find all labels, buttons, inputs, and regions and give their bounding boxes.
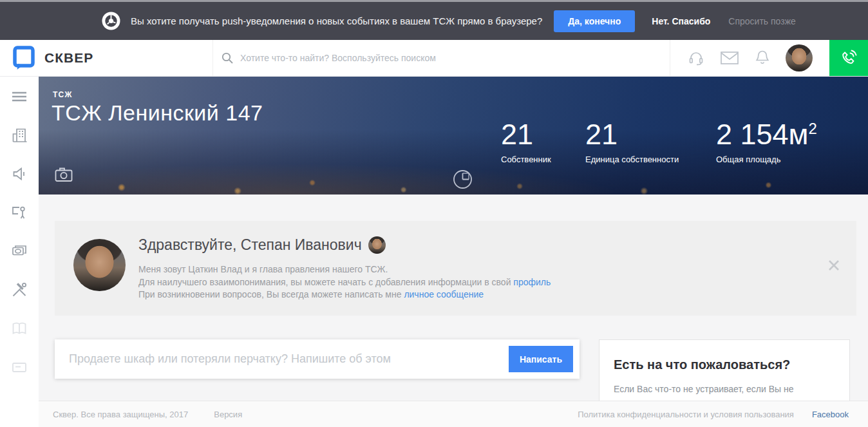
profile-link[interactable]: профиль bbox=[513, 277, 551, 287]
greeting-card: Здравствуйте, Степан Иванович Меня зовут… bbox=[55, 221, 856, 316]
sidebar-nav bbox=[0, 77, 39, 427]
sidebar-item-services[interactable] bbox=[10, 281, 28, 299]
post-composer: Написать bbox=[55, 339, 580, 379]
sidebar-item-photos[interactable] bbox=[10, 242, 28, 260]
stat-total-area: 2 154м2 Общая площадь bbox=[716, 113, 817, 164]
sidebar-item-meetings[interactable] bbox=[10, 204, 28, 222]
stat-label: Общая площадь bbox=[716, 155, 817, 164]
stat-label: Собственник bbox=[501, 155, 551, 164]
sidebar-item-billing[interactable] bbox=[10, 358, 28, 376]
sidebar-item-building[interactable] bbox=[10, 126, 28, 144]
copyright-text: Сквер. Все права защищены, 2017 bbox=[53, 410, 188, 419]
page-footer: Сквер. Все права защищены, 2017 Версия П… bbox=[39, 401, 868, 427]
greeting-line-2: Для наилучшего взаимопонимания, вы может… bbox=[138, 276, 551, 289]
sidebar-item-menu[interactable] bbox=[10, 88, 28, 106]
call-button[interactable] bbox=[829, 40, 868, 76]
composer-input[interactable] bbox=[69, 352, 509, 366]
building-icon bbox=[10, 126, 28, 144]
sidebar-item-directory[interactable] bbox=[10, 319, 28, 337]
greeting-body: Здравствуйте, Степан Иванович Меня зовут… bbox=[138, 236, 551, 301]
search-icon bbox=[221, 52, 234, 64]
tools-icon bbox=[10, 281, 28, 299]
sidebar-item-announcements[interactable] bbox=[10, 165, 28, 183]
private-message-link[interactable]: личное сообщение bbox=[404, 289, 484, 299]
push-later-button[interactable]: Спросить позже bbox=[728, 16, 795, 26]
meeting-person-icon bbox=[10, 204, 28, 222]
stat-units: 21 Единица собственности bbox=[585, 113, 679, 164]
stat-label: Единица собственности bbox=[585, 155, 679, 164]
version-link[interactable]: Версия bbox=[214, 410, 242, 419]
change-cover-camera-icon[interactable] bbox=[54, 166, 73, 183]
app-header: СКВЕР bbox=[0, 40, 868, 77]
search-input[interactable] bbox=[240, 53, 627, 63]
photos-icon bbox=[10, 242, 28, 260]
greeting-line-1: Меня зовут Цаткин Влад и я глава правлен… bbox=[138, 263, 551, 276]
support-headset-icon[interactable] bbox=[687, 49, 705, 67]
stat-owners: 21 Собственник bbox=[501, 113, 551, 164]
book-icon bbox=[10, 319, 28, 337]
chairman-avatar bbox=[73, 239, 126, 291]
menu-icon bbox=[10, 88, 28, 106]
messages-envelope-icon[interactable] bbox=[720, 50, 739, 66]
complaint-body: Если Вас что-то не устраивает, если Вы н… bbox=[614, 383, 835, 395]
close-icon[interactable] bbox=[827, 258, 841, 272]
announcement-speaker-icon bbox=[10, 165, 28, 183]
user-avatar[interactable] bbox=[786, 44, 813, 71]
card-icon bbox=[10, 358, 28, 376]
hero-kicker: ТСЖ bbox=[53, 90, 72, 99]
phone-icon bbox=[838, 48, 859, 68]
push-decline-button[interactable]: Нет. Спасибо bbox=[652, 16, 710, 26]
logo-text: СКВЕР bbox=[44, 50, 93, 66]
hero-banner: ТСЖ ТСЖ Ленинский 147 21 Собственник 21 … bbox=[39, 77, 868, 195]
greeting-title: Здравствуйте, Степан Иванович bbox=[138, 236, 362, 254]
complaint-title: Есть на что пожаловаться? bbox=[614, 357, 835, 372]
header-icon-group bbox=[670, 40, 829, 76]
push-message: Вы хотите получать push-уведомления о но… bbox=[131, 15, 542, 26]
app-logo[interactable]: СКВЕР bbox=[12, 40, 93, 76]
privacy-policy-link[interactable]: Политика конфиденциальности и условия по… bbox=[578, 410, 794, 419]
push-accept-button[interactable]: Да, конечно bbox=[554, 10, 635, 32]
history-clock-icon bbox=[451, 168, 474, 191]
global-search bbox=[212, 40, 670, 76]
chairman-mini-avatar bbox=[368, 236, 386, 254]
logo-bubble-icon bbox=[12, 45, 36, 71]
write-post-button[interactable]: Написать bbox=[509, 346, 573, 372]
notifications-bell-icon[interactable] bbox=[754, 49, 771, 67]
greeting-line-3: При возникновении вопросов, Вы всегда мо… bbox=[138, 289, 551, 301]
chrome-browser-icon bbox=[102, 12, 120, 30]
facebook-link[interactable]: Facebook bbox=[812, 410, 849, 419]
complaint-card: Есть на что пожаловаться? Если Вас что-т… bbox=[599, 339, 850, 401]
push-notification-bar: Вы хотите получать push-уведомления о но… bbox=[0, 0, 868, 40]
